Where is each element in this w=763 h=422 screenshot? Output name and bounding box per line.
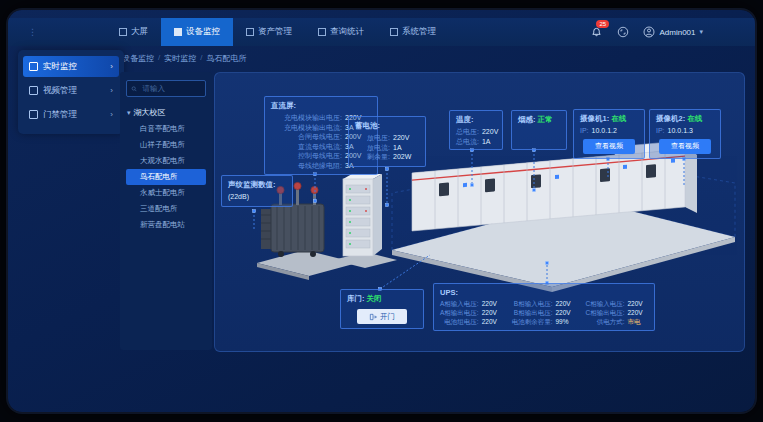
fullscreen-button[interactable] <box>616 25 630 39</box>
panel-title: 蓄电池: <box>355 121 419 131</box>
tab-label: 系统管理 <box>402 26 436 38</box>
tab-query-statistics[interactable]: 查询统计 <box>305 18 377 46</box>
metric-value: 220V <box>482 308 504 317</box>
tree-root-node[interactable]: ▾ 湖大校区 <box>127 107 206 118</box>
camera1-panel: 摄像机1: 在线 IP:10.0.1.2 查看视频 <box>573 109 645 159</box>
panel-title: 直流屏: <box>271 101 371 111</box>
ups-column-b: B相输入电压:220V B相输出电压:220V 电池剩余容量:99% <box>512 299 578 326</box>
metric-label: 合闸母线电压: <box>271 132 342 142</box>
tree-item[interactable]: 三道配电所 <box>126 201 206 217</box>
station-monitor-canvas: 直流屏: 充电模块输出电压:220V 充电模块输出电流:3A 合闸母线电压:20… <box>214 72 745 352</box>
search-icon <box>131 85 137 93</box>
sidebar-item-label: 门禁管理 <box>43 109 77 121</box>
ups-column-c: C相输入电压:220V C相输出电压:220V 供电方式:市电 <box>585 299 649 326</box>
metric-value: 220V <box>555 308 577 317</box>
ups-panel: UPS: A相输入电压:220V A相输出电压:220V 电池组电压:220V … <box>433 283 655 331</box>
settings-icon <box>390 28 398 36</box>
breadcrumb-separator: / <box>200 53 202 64</box>
chevron-right-icon: › <box>110 86 113 95</box>
metric-label: B相输入电压: <box>512 299 553 308</box>
tree-search <box>126 80 206 97</box>
chevron-down-icon: ▾ <box>699 28 703 36</box>
chevron-right-icon: › <box>110 110 113 119</box>
user-menu[interactable]: Admin001 ▾ <box>643 26 703 38</box>
chevron-right-icon: › <box>110 62 113 71</box>
grip-icon: ⋮ <box>28 27 36 37</box>
breadcrumb-item[interactable]: 实时监控 <box>164 53 196 64</box>
station-tree-panel: ▾ 湖大校区 白音亭配电所 山祥子配电所 大观水配电所 鸟石配电所 永威士配电所… <box>120 72 212 350</box>
metric-value: 99% <box>555 317 577 326</box>
breadcrumb: 设备监控 / 实时监控 / 鸟石配电所 <box>122 53 246 64</box>
temperature-panel: 温度: 总电压:220V 总电流:1A <box>449 110 503 150</box>
metric-label: 充电模块输出电压: <box>271 113 342 123</box>
view-video-button-1[interactable]: 查看视频 <box>583 139 635 154</box>
metric-label: 母线绝缘电阻: <box>271 161 342 171</box>
tree-item[interactable]: 白音亭配电所 <box>126 121 206 137</box>
search-input[interactable] <box>140 83 201 94</box>
ups-column-a: A相输入电压:220V A相输出电压:220V 电池组电压:220V <box>440 299 504 326</box>
panel-title: 温度: <box>456 115 496 125</box>
metric-value: 1A <box>482 137 496 147</box>
tab-system-management[interactable]: 系统管理 <box>377 18 449 46</box>
nav-right: 25 Admin001 ▾ <box>589 25 703 39</box>
sidebar-item-video-management[interactable]: 视频管理 › <box>23 80 119 101</box>
metric-label: 充电模块输出电流: <box>271 123 342 133</box>
breadcrumb-item[interactable]: 设备监控 <box>122 53 154 64</box>
tab-label: 大屏 <box>131 26 148 38</box>
notification-badge: 25 <box>596 20 609 28</box>
sidebar: 实时监控 › 视频管理 › 门禁管理 › <box>18 50 124 134</box>
asset-icon <box>246 28 254 36</box>
acoustic-monitor-panel: 声纹监测数值: (22dB) <box>221 175 293 207</box>
door-status: 关闭 <box>367 294 382 303</box>
sidebar-item-label: 实时监控 <box>43 61 77 73</box>
breadcrumb-item[interactable]: 鸟石配电所 <box>206 53 246 64</box>
metric-label: 放电压: <box>355 133 390 143</box>
access-control-icon <box>29 110 38 119</box>
user-name: Admin001 <box>659 28 695 37</box>
camera2-status: 在线 <box>687 114 702 123</box>
open-door-button[interactable]: 开门 <box>357 309 407 324</box>
metric-value: 220V <box>555 299 577 308</box>
tab-label: 设备监控 <box>186 26 220 38</box>
sidebar-item-access-control[interactable]: 门禁管理 › <box>23 104 119 125</box>
breadcrumb-separator: / <box>158 53 160 64</box>
notification-bell-button[interactable]: 25 <box>589 25 603 39</box>
panel-title: 库门: <box>347 294 365 303</box>
panel-title: 烟感: <box>518 115 536 124</box>
metric-value: 220V <box>482 299 504 308</box>
ups-grid: A相输入电压:220V A相输出电压:220V 电池组电压:220V B相输入电… <box>440 299 648 326</box>
metric-value: 220V <box>393 133 419 143</box>
tab-device-monitor[interactable]: 设备监控 <box>161 18 233 46</box>
metric-value: 220V <box>482 127 498 137</box>
view-video-button-2[interactable]: 查看视频 <box>659 139 711 154</box>
metric-label: 电池组电压: <box>440 317 479 326</box>
tab-asset-management[interactable]: 资产管理 <box>233 18 305 46</box>
metric-label: 控制母线电压: <box>271 151 342 161</box>
panel-title: UPS: <box>440 288 648 297</box>
screen-icon <box>119 28 127 36</box>
camera2-ip: 10.0.1.3 <box>668 126 693 136</box>
metric-label: 放电流: <box>355 143 390 153</box>
tab-dashboard[interactable]: 大屏 <box>106 18 161 46</box>
metric-value: 220V <box>627 308 649 317</box>
tree-item[interactable]: 新营盘配电站 <box>126 217 206 233</box>
metric-label: C相输出电压: <box>585 308 624 317</box>
camera1-status: 在线 <box>611 114 626 123</box>
tree-item-selected[interactable]: 鸟石配电所 <box>126 169 206 185</box>
sidebar-item-realtime-monitor[interactable]: 实时监控 › <box>23 56 119 77</box>
metric-label: A相输出电压: <box>440 308 479 317</box>
metric-label: C相输入电压: <box>585 299 624 308</box>
metric-value: 202W <box>393 152 419 162</box>
smoke-status: 正常 <box>538 115 553 124</box>
tree-item[interactable]: 大观水配电所 <box>126 153 206 169</box>
device-monitor-icon <box>174 28 182 36</box>
tree-item[interactable]: 永威士配电所 <box>126 185 206 201</box>
door-panel: 库门: 关闭 开门 <box>340 289 424 329</box>
metric-label: A相输入电压: <box>440 299 479 308</box>
nav-tabs: 大屏 设备监控 资产管理 查询统计 系统管理 <box>106 18 449 46</box>
metric-label: 直流母线电流: <box>271 142 342 152</box>
metric-label: B相输出电压: <box>512 308 553 317</box>
metric-value: 220V <box>482 317 504 326</box>
tree-item[interactable]: 山祥子配电所 <box>126 137 206 153</box>
panel-title: 摄像机2: <box>656 114 685 123</box>
